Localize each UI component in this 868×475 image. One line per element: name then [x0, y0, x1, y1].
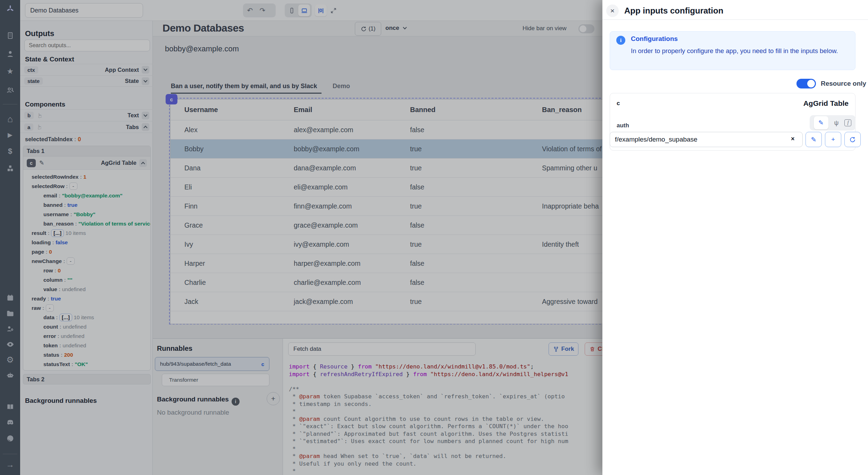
chevron-down-icon[interactable] [142, 77, 149, 85]
component-a-chip: a [24, 124, 33, 131]
runnable-item-transformer[interactable]: Transformer [162, 374, 269, 386]
json-tree-row[interactable]: row : 0 [23, 266, 150, 275]
eval-fx-icon[interactable]: f [844, 119, 851, 126]
runs-play-icon[interactable]: ▶ [0, 129, 20, 141]
json-tree-row[interactable]: selectedRowIndex : 1 [23, 172, 150, 181]
json-tree-row[interactable]: status : 200 [23, 350, 150, 359]
close-icon[interactable]: × [606, 5, 619, 17]
text-component[interactable]: bobby@example.com [165, 44, 239, 53]
json-tree-row[interactable]: newChange : - [23, 256, 150, 266]
apps-icon[interactable] [0, 29, 20, 41]
ctx-type-label: App Context [105, 67, 139, 73]
clear-value-x-icon[interactable]: × [791, 135, 795, 143]
schedule-dropdown[interactable]: once [385, 25, 406, 32]
json-tree-row[interactable]: value : undefined [23, 285, 150, 294]
tab-demo[interactable]: Demo [333, 83, 350, 90]
component-row-a[interactable]: a ☞ Tabs [20, 121, 153, 133]
tabs1-header[interactable]: Tabs 1 [23, 146, 150, 156]
state-type-label: State [125, 78, 139, 84]
json-tree-row[interactable]: banned : true [23, 200, 150, 210]
expand-array-button[interactable]: [...] [59, 314, 72, 321]
json-tree-row[interactable]: ready : true [23, 294, 150, 303]
table-column-header[interactable]: Email [294, 106, 410, 114]
expand-sidebar-arrow-icon[interactable]: → [0, 459, 20, 470]
no-background-runnable-text: No background runnable [157, 409, 229, 416]
chevron-down-icon[interactable] [142, 112, 149, 119]
runnable-item-fetch-data[interactable]: hub/943/supabase/fetch_data c [155, 357, 269, 371]
tab-ban-user[interactable]: Ban a user, notify them by email, and us… [171, 83, 317, 90]
output-row-state[interactable]: state State [20, 75, 153, 87]
mobile-view-icon[interactable] [286, 5, 298, 16]
home-icon[interactable]: ⌂ [0, 113, 20, 125]
refresh-button[interactable]: (1) [355, 22, 381, 36]
audit-eye-icon[interactable] [0, 338, 20, 350]
output-json-tree: selectedRowIndex : 1selectedRow : -email… [23, 170, 150, 371]
app-title-input[interactable] [25, 3, 143, 18]
add-resource-button[interactable]: + [825, 132, 841, 147]
output-row-ctx[interactable]: ctx App Context [20, 64, 153, 75]
user-icon[interactable] [0, 48, 20, 60]
schedules-calendar-icon[interactable] [0, 292, 20, 304]
settings-gear-icon[interactable]: ⚙ [0, 354, 20, 366]
redo-icon[interactable]: ↷ [257, 5, 268, 16]
selected-component-badge[interactable]: c [166, 94, 177, 104]
docs-book-icon[interactable] [0, 401, 20, 413]
json-tree-row[interactable]: selectedRow : - [23, 181, 150, 191]
runnable-name-input[interactable] [288, 342, 476, 356]
tabs2-section[interactable]: Tabs 2 [23, 374, 151, 384]
json-tree-row[interactable]: result : [...] 10 items [23, 228, 150, 238]
table-cell: Harper [170, 260, 294, 268]
json-tree-row[interactable]: raw : - [23, 303, 150, 313]
edit-resource-button[interactable]: ✎ [806, 132, 822, 147]
users-group-icon[interactable] [0, 84, 20, 96]
json-tree-row[interactable]: page : 0 [23, 247, 150, 256]
table-column-header[interactable]: Username [170, 106, 294, 114]
discord-icon[interactable] [0, 416, 20, 428]
fork-button[interactable]: Fork [549, 342, 578, 356]
table-column-header[interactable]: Banned [410, 106, 542, 114]
json-tree-row[interactable]: column : "" [23, 275, 150, 285]
edit-pencil-icon[interactable]: ✎ [39, 159, 44, 167]
component-row-c[interactable]: c ✎ AgGrid Table [23, 156, 150, 170]
collapse-button[interactable]: - [46, 304, 54, 312]
center-align-icon[interactable]: |0| [315, 5, 327, 16]
desktop-view-icon[interactable] [298, 5, 310, 16]
collapse-button[interactable]: - [69, 183, 77, 190]
resource-path-input[interactable] [610, 132, 803, 147]
chevron-down-icon[interactable] [142, 66, 149, 74]
github-icon[interactable] [0, 432, 20, 444]
active-tab-underline [171, 93, 322, 94]
hide-bar-toggle[interactable] [578, 24, 594, 33]
connect-plug-icon[interactable]: ψ [834, 119, 839, 127]
nav-sidebar: ★ ⌂ ▶ $ ⚙ [0, 0, 20, 475]
json-tree-row[interactable]: count : undefined [23, 322, 150, 331]
json-tree-row[interactable]: token : undefined [23, 341, 150, 350]
fullscreen-icon[interactable] [327, 5, 339, 16]
table-cell: bobby@example.com [294, 145, 410, 153]
add-background-runnable-button[interactable]: + [267, 392, 280, 405]
json-tree-row[interactable]: username : "Bobby" [23, 210, 150, 219]
chevron-up-icon[interactable] [139, 159, 147, 167]
folders-icon[interactable] [0, 307, 20, 319]
json-tree-row[interactable]: data : [...] 10 items [23, 313, 150, 322]
variables-dollar-icon[interactable]: $ [0, 145, 20, 157]
star-icon[interactable]: ★ [0, 66, 20, 77]
json-tree-row[interactable]: loading : false [23, 238, 150, 247]
workers-icon[interactable] [0, 323, 20, 334]
component-row-b[interactable]: b ☞ Text [20, 109, 153, 121]
collapse-button[interactable]: - [67, 257, 75, 265]
ai-robot-icon[interactable] [0, 369, 20, 381]
expand-array-button[interactable]: [...] [51, 229, 64, 237]
chevron-up-icon[interactable] [142, 123, 149, 131]
refresh-resource-button[interactable] [844, 132, 861, 147]
json-tree-row[interactable]: ban_reason : "Violation of terms of serv… [23, 219, 150, 228]
windmill-logo-icon[interactable] [0, 3, 20, 15]
resource-only-toggle[interactable] [796, 79, 816, 88]
static-pencil-icon[interactable]: ✎ [814, 116, 828, 129]
json-tree-row[interactable]: statusText : "OK" [23, 359, 150, 369]
json-tree-row[interactable]: email : "bobby@example.com" [23, 191, 150, 200]
undo-icon[interactable]: ↶ [244, 5, 256, 16]
search-outputs-input[interactable] [24, 40, 150, 51]
resources-cubes-icon[interactable] [0, 162, 20, 174]
json-tree-row[interactable]: error : undefined [23, 331, 150, 341]
